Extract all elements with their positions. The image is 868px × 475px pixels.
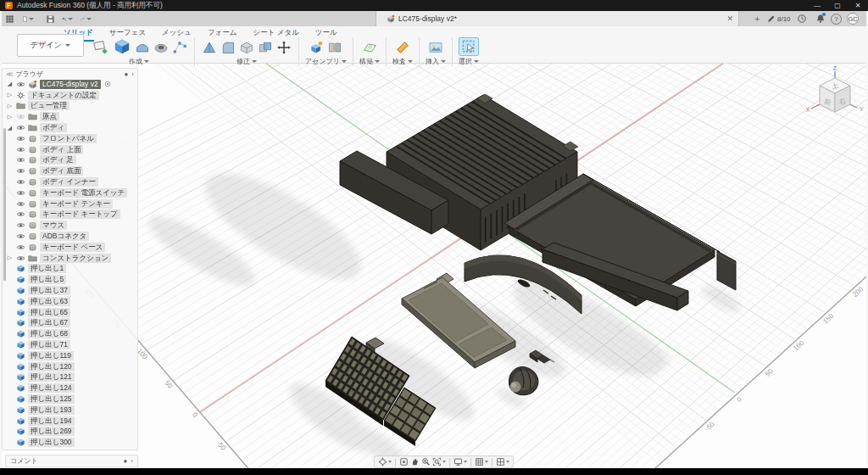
body-row[interactable]: ADBコネクタ: [3, 231, 137, 242]
joint-button[interactable]: [326, 39, 343, 56]
feature-row[interactable]: 押し出し68: [3, 328, 137, 339]
body-row[interactable]: マウス: [3, 220, 137, 231]
feature-row[interactable]: 押し出し71: [3, 339, 137, 350]
eye-icon[interactable]: [16, 210, 25, 219]
view-cube[interactable]: Z X Y 上 前 右: [795, 64, 868, 119]
insert-menu[interactable]: 挿入: [426, 57, 446, 66]
press-pull-button[interactable]: [201, 39, 218, 56]
save-icon[interactable]: [44, 14, 56, 25]
body-row[interactable]: キーボード キートップ: [3, 210, 137, 221]
browser-node-construction[interactable]: ▷ コンストラクション: [3, 253, 137, 264]
extrude-button[interactable]: [112, 37, 132, 56]
create-sketch-button[interactable]: [90, 37, 110, 56]
body-row[interactable]: ボディ 足: [3, 155, 137, 166]
eye-icon[interactable]: [16, 145, 25, 154]
eye-icon[interactable]: [16, 134, 25, 143]
zoom-icon[interactable]: [421, 457, 431, 467]
browser-root-row[interactable]: ◢ LC475-display v2: [3, 79, 137, 90]
feature-row[interactable]: 押し出し37: [3, 285, 137, 296]
insert-button[interactable]: [427, 39, 444, 56]
feature-row[interactable]: 押し出し119: [3, 350, 137, 361]
move-copy-button[interactable]: [275, 39, 292, 56]
feature-row[interactable]: 押し出し124: [3, 383, 137, 394]
feature-row[interactable]: 押し出し5: [3, 274, 137, 285]
inspect-menu[interactable]: 検査: [392, 57, 413, 66]
comments-panel[interactable]: コメント ●›: [5, 455, 138, 467]
eye-icon[interactable]: [16, 243, 25, 252]
root-label[interactable]: LC475-display v2: [40, 80, 101, 89]
maximize-button[interactable]: ▢: [827, 0, 848, 11]
feature-row[interactable]: 押し出し65: [3, 307, 137, 318]
modify-menu[interactable]: 修正: [236, 57, 257, 66]
file-menu-icon[interactable]: [22, 14, 34, 25]
panel-options-icon[interactable]: ●: [124, 70, 128, 78]
browser-node-bodies[interactable]: ◢ ボディ: [3, 122, 137, 133]
panel-collapse-icon[interactable]: ≪: [6, 70, 13, 78]
eye-icon[interactable]: [16, 177, 25, 187]
data-panel-toggle-icon[interactable]: [3, 14, 15, 25]
browser-node-document-settings[interactable]: ▷ ドキュメントの設定: [3, 90, 137, 101]
browser-node-origin[interactable]: ▷ 原点: [3, 111, 137, 122]
feature-row[interactable]: 押し出し194: [3, 416, 137, 427]
panel-expand-icon[interactable]: ›: [131, 457, 133, 465]
shell-button[interactable]: [238, 39, 255, 56]
select-menu[interactable]: 選択: [459, 57, 479, 66]
eye-icon[interactable]: [16, 199, 25, 209]
part-mouse[interactable]: [509, 367, 537, 395]
body-row[interactable]: キーボード テンキー: [3, 198, 137, 210]
design-workspace-dropdown[interactable]: デザイン: [17, 34, 84, 57]
loft-button[interactable]: [171, 39, 188, 56]
display-settings-icon[interactable]: [453, 457, 467, 467]
feature-row[interactable]: 押し出し67: [3, 318, 137, 329]
browser-node-view-management[interactable]: ▷ ビュー管理: [3, 101, 137, 112]
close-button[interactable]: ✕: [848, 0, 868, 11]
pan-icon[interactable]: [410, 457, 420, 467]
feature-row[interactable]: 押し出し121: [3, 372, 137, 383]
job-status-icon[interactable]: [795, 13, 809, 25]
body-row[interactable]: キーボード 電源スイッチ: [3, 187, 137, 198]
select-button[interactable]: [459, 37, 479, 56]
eye-icon[interactable]: [16, 123, 25, 132]
panel-expand-icon[interactable]: ›: [131, 70, 134, 78]
document-tab[interactable]: LC475-display v2* ✕: [376, 11, 739, 26]
feature-row[interactable]: 押し出し193: [3, 405, 137, 416]
eye-icon[interactable]: [16, 155, 25, 165]
sweep-button[interactable]: [153, 39, 170, 56]
revolve-button[interactable]: [134, 39, 151, 56]
combine-button[interactable]: [257, 39, 274, 56]
tab-close-icon[interactable]: ✕: [726, 14, 733, 23]
body-row[interactable]: ボディ 上面: [3, 144, 137, 155]
feature-row[interactable]: 押し出し125: [3, 394, 137, 405]
eye-icon[interactable]: [16, 221, 25, 230]
eye-off-icon[interactable]: [16, 112, 25, 121]
body-row[interactable]: ボディ 底面: [3, 165, 137, 176]
body-row[interactable]: フロントパネル: [3, 133, 137, 144]
new-tab-button[interactable]: ＋: [751, 13, 763, 25]
panel-options-icon[interactable]: ●: [123, 457, 127, 465]
eye-icon[interactable]: [16, 254, 25, 263]
feature-row[interactable]: 押し出し1: [3, 264, 137, 275]
orbit-icon[interactable]: [378, 457, 392, 467]
create-menu[interactable]: 作成: [129, 57, 149, 66]
undo-icon[interactable]: [61, 14, 73, 25]
new-component-button[interactable]: [308, 39, 325, 56]
feature-row[interactable]: 押し出し63: [3, 296, 137, 307]
assemble-menu[interactable]: アセンブリ: [305, 57, 347, 66]
fillet-button[interactable]: [220, 39, 236, 56]
construction-plane-button[interactable]: [361, 39, 378, 56]
feature-row[interactable]: 押し出し269: [3, 427, 137, 438]
fit-icon[interactable]: [432, 457, 446, 467]
eye-icon[interactable]: [16, 188, 25, 198]
eye-icon[interactable]: [16, 80, 25, 89]
measure-button[interactable]: [394, 39, 411, 56]
grid-settings-icon[interactable]: [475, 457, 488, 467]
activate-radio-icon[interactable]: [103, 80, 112, 88]
eye-icon[interactable]: [16, 166, 25, 176]
construct-menu[interactable]: 構築: [359, 57, 380, 66]
feature-row[interactable]: 押し出し300: [3, 437, 137, 448]
look-at-icon[interactable]: [399, 457, 409, 467]
body-row[interactable]: ボディ インナー: [3, 176, 137, 187]
minimize-button[interactable]: —: [807, 0, 827, 11]
eye-icon[interactable]: [16, 232, 25, 241]
help-icon[interactable]: ?: [831, 14, 842, 25]
